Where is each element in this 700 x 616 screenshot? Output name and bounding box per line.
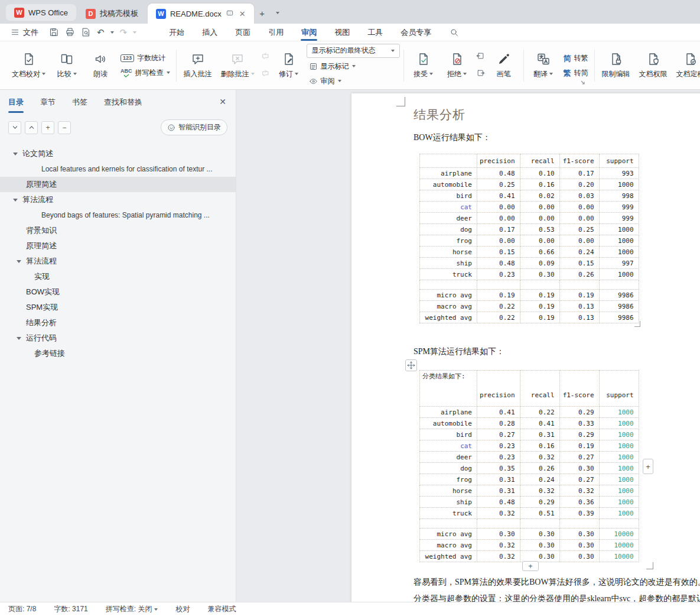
table-cell[interactable]: 0.00 bbox=[520, 202, 559, 213]
table-cell[interactable]: 0.33 bbox=[559, 418, 599, 429]
table-cell[interactable]: 0.30 bbox=[520, 540, 559, 551]
toc-collapse-triangle-icon[interactable] bbox=[17, 260, 21, 263]
table-cell[interactable]: 0.00 bbox=[520, 213, 559, 224]
table-cell[interactable]: 0.27 bbox=[559, 452, 599, 463]
table-cell[interactable]: dog bbox=[420, 463, 477, 474]
table-header-cell[interactable]: f1-score bbox=[559, 371, 599, 407]
table-cell[interactable]: 1000 bbox=[599, 407, 639, 418]
table-cell[interactable]: 0.35 bbox=[477, 463, 520, 474]
doc-permission-button[interactable]: 文档权限 bbox=[636, 50, 671, 82]
menu-item-home[interactable]: 开始 bbox=[160, 24, 193, 41]
table-cell[interactable]: 1000 bbox=[599, 269, 639, 280]
table-cell[interactable]: 0.19 bbox=[520, 290, 559, 301]
table-cell[interactable]: 0.26 bbox=[559, 269, 599, 280]
restrict-editing-button[interactable]: 限制编辑 bbox=[598, 50, 634, 82]
table-cell[interactable]: 0.13 bbox=[559, 301, 599, 312]
table-cell[interactable]: 0.10 bbox=[520, 168, 559, 179]
toc-expand-all-button[interactable] bbox=[8, 121, 21, 134]
table-cell[interactable]: 10000 bbox=[599, 529, 639, 540]
table-cell[interactable]: 0.39 bbox=[559, 508, 599, 519]
table-cell[interactable]: 1000 bbox=[599, 418, 639, 429]
sidebar-close-icon[interactable]: ✕ bbox=[219, 97, 226, 106]
table-cell[interactable]: micro avg bbox=[420, 290, 477, 301]
spell-check-button[interactable]: ABC 拼写检查 bbox=[118, 67, 172, 79]
status-page-indicator[interactable]: 页面: 7/8 bbox=[8, 604, 36, 614]
table-cell[interactable]: cat bbox=[420, 202, 477, 213]
table-cell[interactable] bbox=[477, 519, 520, 529]
table-cell[interactable]: 0.27 bbox=[477, 429, 520, 440]
table-cell[interactable]: 0.24 bbox=[520, 474, 559, 485]
table-cell[interactable]: 0.32 bbox=[520, 485, 559, 497]
menu-item-review[interactable]: 审阅 bbox=[292, 24, 325, 41]
table-cell[interactable]: 1000 bbox=[599, 429, 639, 440]
table-cell[interactable]: 0.25 bbox=[477, 179, 520, 190]
table-cell[interactable]: 1000 bbox=[599, 497, 639, 508]
table-header-cell[interactable]: support bbox=[599, 154, 639, 168]
toc-zoom-in-button[interactable]: + bbox=[41, 121, 54, 134]
to-simplified-button[interactable]: 繁 转简 bbox=[561, 67, 591, 79]
toc-item[interactable]: 原理简述 bbox=[0, 238, 236, 254]
table-cell[interactable]: 0.22 bbox=[477, 301, 520, 312]
table-cell[interactable] bbox=[559, 280, 599, 290]
compare-button[interactable]: 比较 bbox=[51, 50, 83, 82]
doc-paragraph-classifier[interactable]: 分类器与超参数的设置：这里的分类器使用的是sklearn中svc，超参数的都是默… bbox=[414, 594, 700, 602]
table-cell[interactable]: 9986 bbox=[599, 301, 639, 312]
new-tab-button[interactable]: + bbox=[255, 6, 269, 20]
table-header-cell[interactable] bbox=[420, 154, 477, 168]
review-mode-button[interactable]: 审阅 bbox=[307, 75, 400, 87]
table-cell[interactable]: 0.19 bbox=[520, 301, 559, 312]
sidebar-tab-chapters[interactable]: 章节 bbox=[40, 90, 56, 115]
table-cell[interactable]: 0.23 bbox=[477, 440, 520, 452]
table-cell[interactable]: 0.32 bbox=[559, 485, 599, 497]
toc-item[interactable]: 算法流程 bbox=[0, 192, 236, 208]
table-cell[interactable]: automobile bbox=[420, 179, 477, 190]
table-cell[interactable]: 0.16 bbox=[520, 179, 559, 190]
table-cell[interactable]: 0.00 bbox=[477, 202, 520, 213]
status-compat-mode[interactable]: 兼容模式 bbox=[207, 604, 236, 614]
file-menu-button[interactable]: 文件 bbox=[6, 24, 43, 41]
table-cell[interactable]: 0.32 bbox=[520, 452, 559, 463]
table-cell[interactable]: 0.00 bbox=[477, 213, 520, 224]
table-cell[interactable]: 997 bbox=[599, 258, 639, 269]
table-cell[interactable]: ship bbox=[420, 497, 477, 508]
status-proofread-button[interactable]: 校对 bbox=[175, 604, 190, 614]
group-dialog-launcher-icon[interactable] bbox=[580, 78, 587, 89]
table-cell[interactable]: 10000 bbox=[599, 540, 639, 551]
table-cell[interactable]: truck bbox=[420, 508, 477, 519]
table-cell[interactable]: 1000 bbox=[599, 508, 639, 519]
toc-item[interactable]: 实现 bbox=[0, 269, 236, 284]
table-cell[interactable]: micro avg bbox=[420, 529, 477, 540]
track-changes-button[interactable]: 修订 bbox=[273, 50, 305, 82]
toc-item[interactable]: 论文简述 bbox=[0, 146, 236, 161]
table-cell[interactable]: 0.30 bbox=[520, 551, 559, 562]
spm-table-resize-icon[interactable] bbox=[646, 562, 653, 569]
toc-item[interactable]: 背景知识 bbox=[0, 223, 236, 238]
table-cell[interactable]: 1000 bbox=[599, 452, 639, 463]
table-cell[interactable]: 1000 bbox=[599, 224, 639, 235]
table-header-cell[interactable]: f1-score bbox=[559, 154, 599, 168]
table-cell[interactable]: 0.31 bbox=[477, 474, 520, 485]
delete-comment-button[interactable]: 删除批注 bbox=[217, 50, 258, 82]
table-cell[interactable]: 0.30 bbox=[559, 463, 599, 474]
table-cell[interactable]: 0.23 bbox=[477, 452, 520, 463]
table-cell[interactable]: 0.30 bbox=[520, 529, 559, 540]
doc-paragraph-conclusion[interactable]: 容易看到，SPM算法的效果要比BOW算法好很多，这说明论文的改进是有效的。 bbox=[414, 577, 700, 588]
table-cell[interactable]: 0.53 bbox=[520, 224, 559, 235]
table-cell[interactable]: 0.15 bbox=[477, 247, 520, 258]
toc-collapse-all-button[interactable] bbox=[25, 121, 38, 134]
table-cell[interactable]: 999 bbox=[599, 213, 639, 224]
table-cell[interactable]: 0.26 bbox=[520, 463, 559, 474]
table-cell[interactable]: 0.19 bbox=[559, 440, 599, 452]
menu-item-insert[interactable]: 插入 bbox=[193, 24, 226, 41]
table-cell[interactable] bbox=[420, 280, 477, 290]
previous-comment-icon[interactable] bbox=[261, 51, 270, 63]
table-cell[interactable]: 0.66 bbox=[520, 247, 559, 258]
menu-item-reference[interactable]: 引用 bbox=[259, 24, 292, 41]
table-cell[interactable]: 10000 bbox=[599, 551, 639, 562]
table-cell[interactable]: 0.32 bbox=[477, 551, 520, 562]
table-cell[interactable]: 0.41 bbox=[520, 418, 559, 429]
table-cell[interactable]: 1000 bbox=[599, 485, 639, 497]
print-preview-button[interactable] bbox=[81, 27, 91, 37]
insert-comment-button[interactable]: 插入批注 bbox=[180, 50, 216, 82]
tab-wps-home[interactable]: W WPS Office bbox=[6, 4, 76, 21]
